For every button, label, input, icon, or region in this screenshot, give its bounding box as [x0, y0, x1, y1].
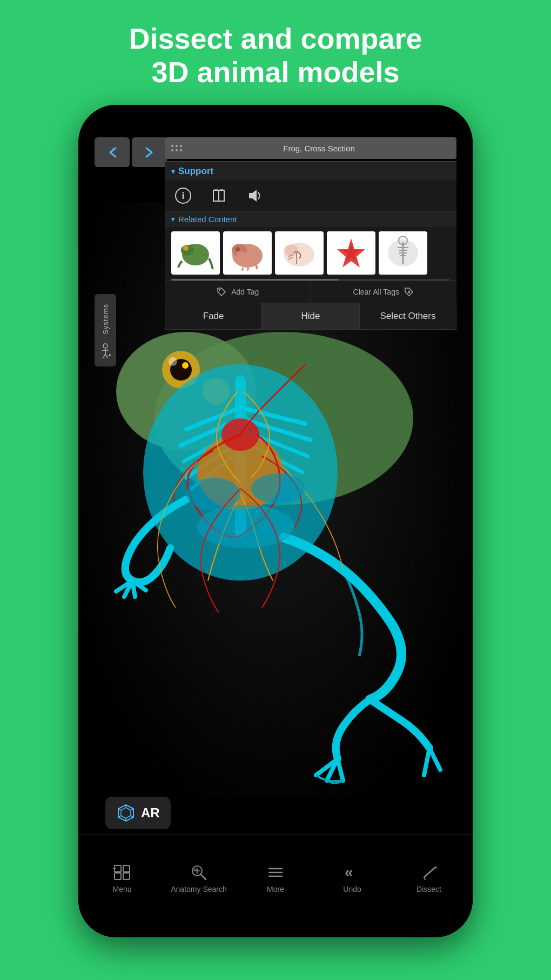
- panel-area: i: [165, 181, 456, 330]
- info-icon: i: [174, 187, 192, 204]
- nav-undo[interactable]: « Undo: [314, 863, 391, 894]
- undo-icon: «: [343, 863, 361, 882]
- anatomy-search-label: Anatomy Search: [171, 885, 227, 894]
- svg-point-37: [183, 245, 189, 251]
- pig-thumb-icon: [226, 234, 269, 272]
- add-tag-button[interactable]: Add Tag: [165, 281, 311, 303]
- thumbnail-scrollbar[interactable]: [171, 279, 450, 281]
- svg-line-62: [103, 354, 105, 358]
- nav-buttons: [95, 137, 167, 167]
- ar-label: AR: [141, 805, 160, 821]
- tag-icon: [216, 286, 227, 297]
- svg-line-63: [105, 354, 107, 358]
- body-icon: [99, 343, 111, 358]
- more-icon: [266, 863, 285, 882]
- thumbnail-pig[interactable]: [223, 231, 272, 275]
- svg-point-56: [219, 289, 220, 291]
- hero-section: Dissect and compare 3D animal models: [0, 0, 551, 99]
- support-chevron: ▾: [171, 167, 175, 176]
- starfish-icon: [330, 234, 373, 272]
- menu-label: Menu: [112, 885, 131, 894]
- svg-point-41: [237, 251, 245, 258]
- thumbnail-skeleton[interactable]: [379, 231, 427, 275]
- anatomy-search-icon: [190, 863, 208, 882]
- action-buttons: Fade Hide Select Others: [165, 303, 456, 330]
- sound-icon: [246, 187, 263, 204]
- nav-menu[interactable]: Menu: [84, 863, 160, 894]
- phone-wrapper: Frog, Cross Section ▾ Support i: [0, 105, 551, 937]
- skeleton-icon: [381, 234, 425, 272]
- ar-hex-icon: [116, 803, 136, 823]
- svg-line-89: [424, 868, 435, 877]
- svg-point-31: [169, 357, 177, 366]
- hero-title: Dissect and compare 3D animal models: [11, 22, 540, 89]
- nav-more[interactable]: More: [237, 863, 314, 894]
- ar-button[interactable]: AR: [105, 797, 171, 829]
- book-icon: [210, 187, 227, 204]
- svg-line-25: [338, 759, 343, 781]
- phone-screen: Frog, Cross Section ▾ Support i: [78, 105, 473, 937]
- icon-row: i: [165, 181, 456, 211]
- phone-device: Frog, Cross Section ▾ Support i: [78, 105, 473, 937]
- systems-label: Systems: [102, 299, 110, 339]
- forward-icon: [142, 145, 157, 160]
- info-button[interactable]: i: [173, 186, 193, 205]
- drag-handle[interactable]: [171, 145, 183, 152]
- svg-point-40: [236, 247, 240, 251]
- tag-row: Add Tag Clear All Tags: [165, 281, 456, 303]
- clear-all-tags-button[interactable]: Clear All Tags: [311, 281, 457, 303]
- related-content-row[interactable]: ▾ Related Content: [165, 211, 456, 227]
- clear-all-tags-label: Clear All Tags: [353, 288, 399, 296]
- svg-marker-68: [121, 808, 131, 818]
- book-button[interactable]: [209, 186, 229, 205]
- nav-anatomy-search[interactable]: Anatomy Search: [160, 863, 237, 894]
- svg-marker-34: [249, 190, 257, 202]
- thumbnail-pig-xray[interactable]: [275, 231, 324, 275]
- support-row[interactable]: ▾ Support: [165, 161, 456, 181]
- back-button[interactable]: [95, 137, 130, 167]
- svg-rect-78: [123, 873, 130, 879]
- dissect-label: Dissect: [416, 885, 441, 894]
- svg-line-26: [424, 748, 429, 775]
- svg-text:«: «: [345, 864, 353, 881]
- menu-icon: [113, 863, 131, 882]
- fade-button[interactable]: Fade: [165, 303, 262, 330]
- hide-button[interactable]: Hide: [262, 303, 359, 330]
- svg-point-30: [197, 505, 294, 548]
- tag-delete-icon: [404, 286, 414, 297]
- undo-label: Undo: [343, 885, 361, 894]
- systems-sidebar[interactable]: Systems: [95, 294, 116, 366]
- svg-point-29: [251, 474, 305, 504]
- svg-rect-77: [115, 873, 121, 879]
- thumbnail-starfish[interactable]: [327, 231, 375, 275]
- related-content-label: Related Content: [178, 215, 237, 224]
- support-label: Support: [178, 166, 213, 177]
- dissect-icon: [420, 863, 438, 882]
- svg-point-59: [103, 344, 107, 348]
- thumbnail-frog[interactable]: [171, 231, 220, 275]
- sound-button[interactable]: [245, 186, 264, 205]
- forward-button[interactable]: [132, 137, 167, 167]
- select-others-button[interactable]: Select Others: [359, 303, 456, 330]
- back-icon: [105, 145, 120, 160]
- svg-line-27: [429, 748, 440, 770]
- svg-point-4: [182, 362, 189, 369]
- svg-line-81: [200, 874, 206, 879]
- svg-point-28: [186, 478, 240, 510]
- model-title: Frog, Cross Section: [188, 144, 450, 153]
- nav-dissect[interactable]: Dissect: [391, 863, 467, 894]
- svg-line-90: [424, 877, 425, 879]
- title-bar: Frog, Cross Section: [165, 137, 456, 159]
- svg-text:i: i: [182, 190, 184, 201]
- svg-rect-76: [123, 865, 130, 872]
- person-icon[interactable]: [99, 343, 111, 361]
- pig-xray-icon: [278, 234, 321, 272]
- scrollbar-thumb: [171, 279, 339, 281]
- more-label: More: [267, 885, 284, 894]
- bottom-nav: Menu Anatomy Search: [78, 835, 473, 937]
- add-tag-label: Add Tag: [231, 288, 259, 296]
- thumbnails-row: [165, 227, 456, 279]
- related-chevron: ▾: [171, 215, 175, 223]
- frog-thumb-icon: [174, 234, 217, 272]
